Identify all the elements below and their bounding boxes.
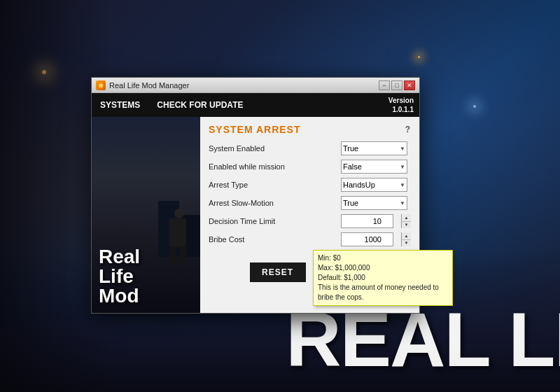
system-title-bar: SYSTEM ARREST ? — [209, 124, 411, 135]
tooltip-min: Min: $0 — [318, 253, 448, 263]
number-wrapper-decision: ▲ ▼ — [341, 214, 411, 228]
close-button[interactable]: ✕ — [404, 80, 415, 90]
label-bribe-cost: Bribe Cost — [209, 230, 341, 248]
system-title-text: SYSTEM ARREST — [209, 124, 301, 135]
control-arrest-type: HandsUp ▼ — [341, 176, 411, 194]
left-panel: Real Life Mod — [92, 117, 200, 313]
light-3 — [418, 56, 420, 58]
input-decision-time[interactable] — [341, 214, 393, 228]
input-bribe-cost[interactable] — [341, 232, 393, 246]
minimize-button[interactable]: − — [379, 80, 390, 90]
menu-bar: SYSTEMS CHECK FOR UPDATE Version 1.0.1.1 — [92, 93, 419, 117]
dropdown-arrow-3: ▼ — [400, 200, 405, 206]
content-area: Real Life Mod SYSTEM ARREST ? System Ena… — [92, 117, 419, 313]
spin-bribe: ▲ ▼ — [401, 232, 411, 246]
right-panel: SYSTEM ARREST ? System Enabled True ▼ — [200, 117, 419, 313]
dropdown-arrow-2: ▼ — [400, 182, 405, 188]
tooltip-desc: This is the amount of money needed to br… — [318, 283, 448, 302]
label-arrest-slowmo: Arrest Slow-Motion — [209, 194, 341, 212]
spin-down-decision[interactable]: ▼ — [402, 222, 411, 229]
dropdown-arrest-type[interactable]: HandsUp ▼ — [341, 178, 407, 192]
label-system-enabled: System Enabled — [209, 139, 341, 158]
dialog-window: R Real Life Mod Manager − □ ✕ SYSTEMS CH… — [91, 77, 420, 314]
row-enabled-mission: Enabled while mission False ▼ — [209, 158, 411, 176]
spin-decision: ▲ ▼ — [401, 214, 411, 228]
row-arrest-type: Arrest Type HandsUp ▼ — [209, 176, 411, 194]
control-decision-time: ▲ ▼ — [341, 212, 411, 230]
control-system-enabled: True ▼ — [341, 139, 411, 158]
menu-check-update[interactable]: CHECK FOR UPDATE — [154, 99, 246, 111]
rlm-logo: Real Life Mod — [99, 247, 190, 306]
maximize-button[interactable]: □ — [391, 80, 402, 90]
dropdown-value-system-enabled: True — [343, 144, 358, 153]
version-badge: Version 1.0.1.1 — [388, 96, 414, 114]
control-bribe-cost: ▲ ▼ Min: $0 Max: $1,000,000 Default: $1,… — [341, 230, 411, 248]
logo-line3: Mod — [99, 286, 190, 306]
logo-line1: Real — [99, 247, 190, 267]
label-decision-time: Decision Time Limit — [209, 212, 341, 230]
row-arrest-slowmo: Arrest Slow-Motion True ▼ — [209, 194, 411, 212]
help-icon[interactable]: ? — [405, 125, 411, 134]
number-wrapper-bribe: ▲ ▼ — [341, 232, 411, 246]
tooltip-max: Max: $1,000,000 — [318, 263, 448, 273]
dropdown-arrow-1: ▼ — [400, 164, 405, 170]
titlebar-buttons: − □ ✕ — [379, 80, 415, 90]
control-enabled-mission: False ▼ — [341, 158, 411, 176]
dropdown-arrow-0: ▼ — [400, 146, 405, 152]
settings-table: System Enabled True ▼ Enabled while miss… — [209, 139, 411, 248]
light-2 — [473, 105, 476, 108]
menu-items: SYSTEMS CHECK FOR UPDATE — [97, 99, 246, 111]
dropdown-value-arrest-slowmo: True — [343, 199, 358, 207]
tooltip-default: Default: $1,000 — [318, 273, 448, 283]
dropdown-value-arrest-type: HandsUp — [343, 181, 375, 189]
spin-up-bribe[interactable]: ▲ — [402, 232, 411, 240]
bribe-tooltip: Min: $0 Max: $1,000,000 Default: $1,000 … — [313, 250, 453, 306]
dropdown-system-enabled[interactable]: True ▼ — [341, 141, 407, 155]
menu-systems[interactable]: SYSTEMS — [97, 99, 143, 111]
control-arrest-slowmo: True ▼ — [341, 194, 411, 212]
titlebar: R Real Life Mod Manager − □ ✕ — [92, 78, 419, 93]
label-enabled-mission: Enabled while mission — [209, 158, 341, 176]
dropdown-enabled-mission[interactable]: False ▼ — [341, 160, 407, 174]
app-icon: R — [96, 80, 106, 90]
svg-text:R: R — [99, 83, 102, 88]
dropdown-arrest-slowmo[interactable]: True ▼ — [341, 196, 407, 210]
logo-line2: Life — [99, 267, 190, 286]
spin-up-decision[interactable]: ▲ — [402, 214, 411, 222]
dropdown-value-enabled-mission: False — [343, 162, 362, 171]
dialog-title: Real Life Mod Manager — [109, 81, 379, 90]
row-system-enabled: System Enabled True ▼ — [209, 139, 411, 158]
label-arrest-type: Arrest Type — [209, 176, 341, 194]
reset-button[interactable]: RESET — [250, 262, 306, 282]
row-bribe-cost: Bribe Cost ▲ ▼ Min: $0 — [209, 230, 411, 248]
row-decision-time: Decision Time Limit ▲ ▼ — [209, 212, 411, 230]
spin-down-bribe[interactable]: ▼ — [402, 240, 411, 247]
